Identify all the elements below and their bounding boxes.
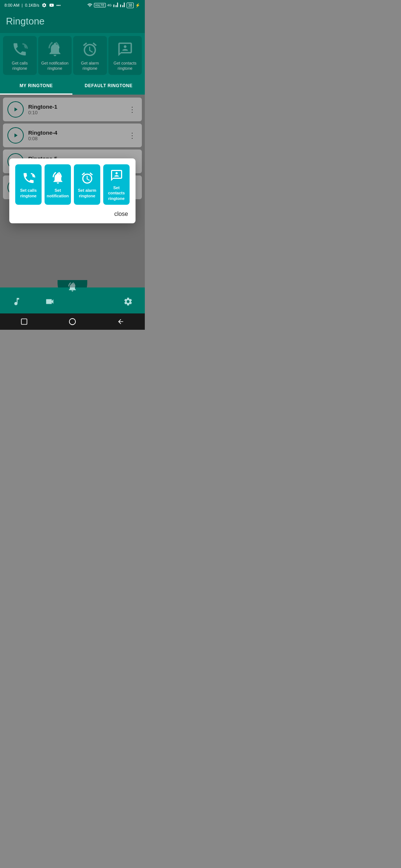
- signal-icon: [113, 3, 118, 8]
- status-time: 8:00 AM: [4, 3, 19, 7]
- status-bar: 8:00 AM | 0.1KB/s ••• VoLTE 4G 38 ⚡: [0, 0, 145, 10]
- tab-my-label: MY RINGTONE: [20, 83, 53, 88]
- wifi-icon: [87, 3, 92, 8]
- content-area: Ringtone-1 0:10 ⋮ Set callsringtone: [0, 95, 145, 287]
- get-notification-ringtone-button[interactable]: Get notificationringtone: [38, 36, 72, 75]
- tab-default-label: DEFAULT RINGTONE: [85, 83, 133, 88]
- android-back-button[interactable]: [115, 316, 126, 327]
- status-dots: •••: [56, 3, 61, 7]
- bottom-nav: [0, 287, 145, 313]
- music-note-icon: [12, 297, 22, 306]
- modal-actions-grid: Set callsringtone Setnotification Set al…: [15, 164, 130, 205]
- set-alarm-icon: [81, 171, 94, 185]
- app-header: Ringtone: [0, 10, 145, 33]
- top-actions-grid: Get callsringtone Get notificationringto…: [0, 33, 145, 78]
- get-notification-label: Get notificationringtone: [41, 60, 68, 71]
- get-contacts-ringtone-button[interactable]: Get contactsringtone: [108, 36, 142, 75]
- back-arrow-icon: [117, 318, 124, 325]
- set-alarm-label: Set alarmringtone: [78, 188, 97, 198]
- set-notification-button[interactable]: Setnotification: [45, 164, 71, 205]
- volte-badge: VoLTE: [94, 3, 106, 7]
- signal-icon-2: [120, 3, 125, 8]
- bottom-video-button[interactable]: [41, 293, 59, 310]
- alarm-icon: [82, 41, 98, 57]
- set-calls-label: Set callsringtone: [20, 188, 37, 198]
- bottom-settings-icon: [123, 297, 133, 306]
- get-calls-ringtone-button[interactable]: Get callsringtone: [3, 36, 37, 75]
- get-alarm-label: Get alarmringtone: [81, 60, 99, 71]
- bottom-settings-button[interactable]: [119, 293, 137, 310]
- youtube-icon: [49, 3, 54, 8]
- set-contacts-label: Set contactsringtone: [105, 185, 128, 201]
- tab-default-ringtone[interactable]: DEFAULT RINGTONE: [72, 78, 145, 95]
- set-calls-icon: [22, 171, 35, 185]
- get-alarm-ringtone-button[interactable]: Get alarmringtone: [73, 36, 107, 75]
- android-nav-bar: [0, 313, 145, 330]
- svg-rect-0: [22, 319, 27, 324]
- battery-indicator: 38: [127, 3, 134, 8]
- set-notification-icon: [51, 171, 65, 185]
- get-calls-label: Get callsringtone: [12, 60, 28, 71]
- battery-level: 38: [128, 3, 132, 7]
- set-notification-label: Setnotification: [47, 188, 69, 198]
- video-icon: [45, 297, 55, 306]
- get-contacts-label: Get contactsringtone: [114, 60, 137, 71]
- android-home-button[interactable]: [67, 316, 78, 327]
- square-icon: [20, 318, 28, 325]
- android-square-button[interactable]: [19, 316, 29, 327]
- set-ringtone-modal: Set callsringtone Setnotification Set al…: [9, 158, 136, 223]
- set-alarm-ringtone-button[interactable]: Set alarmringtone: [74, 164, 100, 205]
- set-calls-ringtone-button[interactable]: Set callsringtone: [15, 164, 42, 205]
- status-right: VoLTE 4G 38 ⚡: [87, 3, 141, 8]
- charge-icon: ⚡: [135, 3, 140, 8]
- set-contacts-icon: [110, 169, 123, 182]
- svg-point-1: [69, 318, 76, 325]
- modal-close-button[interactable]: close: [15, 211, 130, 217]
- modal-overlay: Set callsringtone Setnotification Set al…: [0, 95, 145, 287]
- circle-icon: [68, 318, 76, 326]
- tab-my-ringtone[interactable]: MY RINGTONE: [0, 78, 72, 95]
- status-speed: |: [22, 3, 23, 7]
- page-title: Ringtone: [6, 16, 139, 27]
- signal-4g: 4G: [107, 3, 112, 7]
- status-data-speed: 0.1KB/s: [25, 3, 39, 7]
- bottom-music-button[interactable]: [8, 293, 26, 310]
- set-contacts-ringtone-button[interactable]: Set contactsringtone: [103, 164, 130, 205]
- status-left: 8:00 AM | 0.1KB/s •••: [4, 3, 61, 8]
- phone-ring-icon: [12, 41, 28, 57]
- settings-icon: [42, 3, 47, 8]
- bell-icon: [47, 41, 63, 57]
- contacts-icon: [117, 41, 133, 57]
- tabs-bar: MY RINGTONE DEFAULT RINGTONE: [0, 78, 145, 95]
